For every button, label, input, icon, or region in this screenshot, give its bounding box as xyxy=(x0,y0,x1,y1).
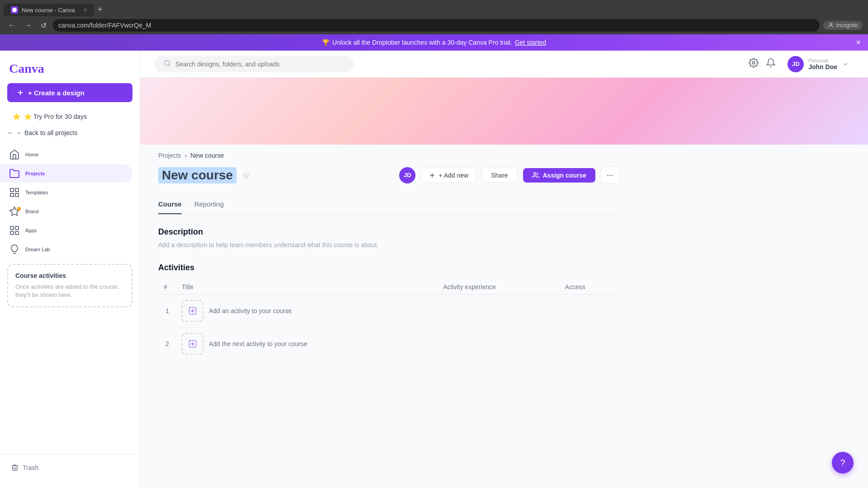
activity-num-1: 1 xyxy=(158,295,176,328)
templates-icon xyxy=(9,187,20,198)
trash-btn[interactable]: Trash xyxy=(7,460,132,475)
incognito-badge: Incognito xyxy=(823,21,863,30)
breadcrumb-projects-link[interactable]: Projects xyxy=(158,152,181,159)
svg-point-0 xyxy=(12,8,17,12)
main-content: Projects › New course New course ☆ JD xyxy=(140,78,868,488)
add-new-label: + Add new xyxy=(439,172,468,179)
avatar: JD xyxy=(788,56,804,72)
user-menu[interactable]: JD Personal John Doe xyxy=(783,53,854,75)
sidebar-item-dreamlab[interactable]: Dream Lab xyxy=(0,240,140,258)
svg-rect-21 xyxy=(189,308,196,314)
col-title: Title xyxy=(176,280,438,295)
svg-rect-4 xyxy=(10,188,14,192)
course-title: New course xyxy=(158,167,236,183)
svg-line-16 xyxy=(169,65,170,66)
topbar-right: JD Personal John Doe xyxy=(749,53,854,75)
sidebar: Canva + Create a design ⭐ ⭐ Try Pro for … xyxy=(0,51,140,488)
notifications-btn[interactable] xyxy=(766,58,776,70)
sidebar-item-home[interactable]: Home xyxy=(0,145,140,164)
user-label: Personal xyxy=(808,58,837,63)
breadcrumb: Projects › New course xyxy=(158,145,619,166)
back-label: ← Back to all projects xyxy=(16,129,77,136)
svg-rect-12 xyxy=(10,231,14,235)
new-tab-btn[interactable]: + xyxy=(94,3,106,16)
apps-icon xyxy=(9,225,20,236)
activities-section: Activities # Title Activity experience A… xyxy=(158,263,619,361)
home-icon xyxy=(9,149,20,160)
projects-icon xyxy=(9,168,20,179)
assign-course-btn[interactable]: Assign course xyxy=(523,168,595,183)
more-options-btn[interactable]: ··· xyxy=(601,166,619,184)
plus-icon xyxy=(429,172,436,179)
svg-rect-6 xyxy=(15,193,19,197)
svg-rect-7 xyxy=(10,193,14,197)
course-hero-image xyxy=(140,78,868,145)
browser-nav-bar: ← → ↺ Incognito xyxy=(0,16,868,34)
activity-access-1 xyxy=(560,295,619,328)
svg-rect-24 xyxy=(189,341,196,347)
svg-point-1 xyxy=(830,23,832,25)
brand-badge xyxy=(17,207,21,211)
sidebar-item-apps[interactable]: Apps xyxy=(0,221,140,239)
chevron-down-icon xyxy=(842,61,849,68)
share-btn[interactable]: Share xyxy=(481,168,517,183)
promo-text: Unlock all the Droptober launches with a… xyxy=(332,39,512,46)
tab-close-btn[interactable]: × xyxy=(84,7,87,13)
course-activities-desc: Once activities are added to the course,… xyxy=(15,283,124,299)
layout-right: JD Personal John Doe xyxy=(140,51,868,488)
reload-btn[interactable]: ↺ xyxy=(38,19,49,32)
pro-trial-label: ⭐ Try Pro for 30 days xyxy=(24,113,87,120)
svg-rect-5 xyxy=(15,188,19,192)
course-activities-card: Course activities Once activities are ad… xyxy=(7,264,132,307)
topbar: JD Personal John Doe xyxy=(140,51,868,78)
table-header: # Title Activity experience Access xyxy=(158,280,619,295)
activity-num-2: 2 xyxy=(158,328,176,361)
browser-window: New course - Canva × + ← → ↺ Incognito 🏆… xyxy=(0,0,868,488)
add-new-btn[interactable]: + Add new xyxy=(421,168,476,183)
promo-cta[interactable]: Get started xyxy=(515,39,546,46)
sidebar-item-brand[interactable]: Brand xyxy=(0,202,140,221)
tab-reporting[interactable]: Reporting xyxy=(194,195,224,214)
help-btn[interactable]: ? xyxy=(832,452,854,474)
activities-title: Activities xyxy=(158,263,619,272)
pro-trial-btn[interactable]: ⭐ ⭐ Try Pro for 30 days xyxy=(7,109,132,124)
dreamlab-icon xyxy=(9,244,20,255)
create-btn-label: + Create a design xyxy=(28,89,85,97)
assign-icon xyxy=(532,172,539,179)
svg-point-15 xyxy=(165,61,170,66)
course-actions: JD + Add new Share Assign course xyxy=(399,166,619,184)
active-tab[interactable]: New course - Canva × xyxy=(4,4,94,16)
create-design-btn[interactable]: + Create a design xyxy=(7,83,132,102)
tab-course[interactable]: Course xyxy=(158,195,182,214)
description-placeholder: Add a description to help team members u… xyxy=(158,241,619,249)
sidebar-item-templates[interactable]: Templates xyxy=(0,183,140,202)
description-title: Description xyxy=(158,227,619,237)
user-info: Personal John Doe xyxy=(808,58,837,70)
star-icon: ⭐ xyxy=(13,113,20,120)
col-number: # xyxy=(158,280,176,295)
search-input[interactable] xyxy=(175,61,344,68)
content-area: Projects › New course New course ☆ JD xyxy=(140,145,637,379)
activity-text-1: Add an activity to your course xyxy=(209,307,292,314)
activity-placeholder-icon-1 xyxy=(182,300,203,322)
description-section: Description Add a description to help te… xyxy=(158,227,619,249)
promo-close-btn[interactable]: × xyxy=(856,38,861,47)
activity-text-2: Add the next activity to your course xyxy=(209,340,307,347)
svg-rect-11 xyxy=(15,231,19,235)
plus-icon xyxy=(16,89,24,97)
app-body: Canva + Create a design ⭐ ⭐ Try Pro for … xyxy=(0,51,868,488)
svg-point-20 xyxy=(533,173,536,175)
back-btn[interactable]: ← xyxy=(5,19,18,31)
favorite-btn[interactable]: ☆ xyxy=(242,170,250,181)
apps-label: Apps xyxy=(25,228,37,233)
tab-favicon xyxy=(11,6,18,14)
brand-label: Brand xyxy=(25,209,38,214)
search-container xyxy=(155,56,354,72)
forward-btn[interactable]: → xyxy=(22,19,34,31)
back-to-projects-btn[interactable]: ← ← Back to all projects xyxy=(7,127,132,138)
sidebar-item-projects[interactable]: Projects xyxy=(0,164,132,183)
settings-btn[interactable] xyxy=(749,58,759,70)
breadcrumb-separator: › xyxy=(185,152,187,159)
address-bar[interactable] xyxy=(53,19,820,32)
course-tabs: Course Reporting xyxy=(158,195,619,215)
